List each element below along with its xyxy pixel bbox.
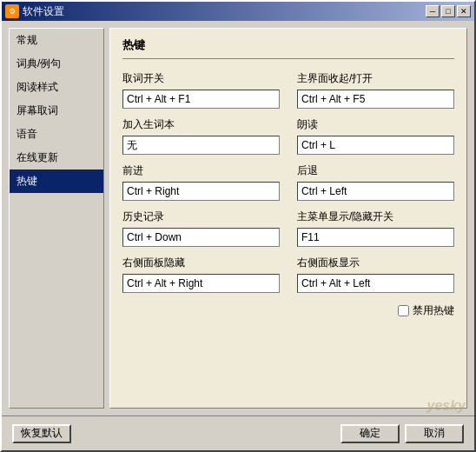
sidebar: 常规 词典/例句 阅读样式 屏幕取词 语音 在线更新 热键	[9, 28, 104, 409]
checkbox-row: 禁用热键	[122, 303, 454, 318]
hotkey-grid: 取词开关 主界面收起/打开 加入生词本 朗读 前	[122, 71, 454, 293]
hotkey-input-2[interactable]	[122, 136, 280, 155]
close-button[interactable]: ✕	[457, 5, 471, 17]
hotkey-label-3: 朗读	[297, 117, 454, 132]
main-panel: 热键 取词开关 主界面收起/打开 加入生词本 朗读	[109, 28, 467, 409]
sidebar-item-online-update[interactable]: 在线更新	[10, 146, 103, 170]
title-bar-text: ⚙ 软件设置	[5, 4, 64, 19]
hotkey-input-7[interactable]	[297, 228, 454, 247]
title-buttons: ─ □ ✕	[426, 5, 471, 17]
hotkey-group-2: 加入生词本	[122, 117, 280, 155]
section-title: 热键	[122, 37, 454, 59]
hotkey-label-4: 前进	[122, 163, 280, 178]
sidebar-item-voice[interactable]: 语音	[10, 123, 103, 146]
sidebar-item-dictionary[interactable]: 词典/例句	[10, 52, 103, 76]
sidebar-item-general[interactable]: 常规	[10, 29, 103, 52]
hotkey-label-2: 加入生词本	[122, 117, 280, 132]
hotkey-group-5: 后退	[297, 163, 454, 201]
cancel-button[interactable]: 取消	[405, 424, 464, 443]
hotkey-label-1: 主界面收起/打开	[297, 71, 454, 86]
window-title: 软件设置	[23, 4, 64, 19]
hotkey-group-7: 主菜单显示/隐藏开关	[297, 209, 454, 247]
minimize-button[interactable]: ─	[426, 5, 440, 17]
hotkey-label-8: 右侧面板隐藏	[122, 256, 280, 270]
hotkey-input-8[interactable]	[122, 274, 280, 293]
hotkey-group-0: 取词开关	[122, 71, 280, 109]
bottom-bar: 恢复默认 确定 取消	[2, 415, 474, 450]
hotkey-label-0: 取词开关	[122, 71, 280, 86]
hotkey-input-5[interactable]	[297, 182, 454, 201]
confirm-button[interactable]: 确定	[340, 424, 400, 443]
disable-hotkeys-checkbox[interactable]	[398, 305, 409, 316]
hotkey-group-9: 右侧面板显示	[297, 256, 454, 293]
hotkey-group-1: 主界面收起/打开	[297, 71, 454, 109]
hotkey-label-5: 后退	[297, 163, 454, 178]
hotkey-label-7: 主菜单显示/隐藏开关	[297, 209, 454, 224]
hotkey-label-6: 历史记录	[122, 209, 280, 224]
content-area: 常规 词典/例句 阅读样式 屏幕取词 语音 在线更新 热键 热键	[2, 21, 474, 415]
main-window: ⚙ 软件设置 ─ □ ✕ 常规 词典/例句 阅读样式 屏幕取词 语音	[0, 0, 476, 452]
hotkey-input-9[interactable]	[297, 274, 454, 293]
app-icon: ⚙	[5, 4, 19, 18]
sidebar-item-reading-style[interactable]: 阅读样式	[10, 76, 103, 99]
hotkey-group-8: 右侧面板隐藏	[122, 256, 280, 293]
maximize-button[interactable]: □	[441, 5, 455, 17]
bottom-right-buttons: 确定 取消	[340, 424, 464, 443]
hotkey-input-1[interactable]	[297, 90, 454, 109]
sidebar-item-hotkeys[interactable]: 热键	[10, 170, 103, 193]
hotkey-group-3: 朗读	[297, 117, 454, 155]
hotkey-input-4[interactable]	[122, 182, 280, 201]
hotkey-group-6: 历史记录	[122, 209, 280, 247]
sidebar-item-screen-lookup[interactable]: 屏幕取词	[10, 99, 103, 123]
hotkey-label-9: 右侧面板显示	[297, 256, 454, 270]
hotkey-input-6[interactable]	[122, 228, 280, 247]
hotkey-input-0[interactable]	[122, 90, 280, 109]
hotkey-input-3[interactable]	[297, 136, 454, 155]
disable-hotkeys-label: 禁用热键	[413, 303, 454, 318]
restore-default-button[interactable]: 恢复默认	[12, 424, 71, 443]
title-bar: ⚙ 软件设置 ─ □ ✕	[2, 2, 474, 21]
hotkey-group-4: 前进	[122, 163, 280, 201]
